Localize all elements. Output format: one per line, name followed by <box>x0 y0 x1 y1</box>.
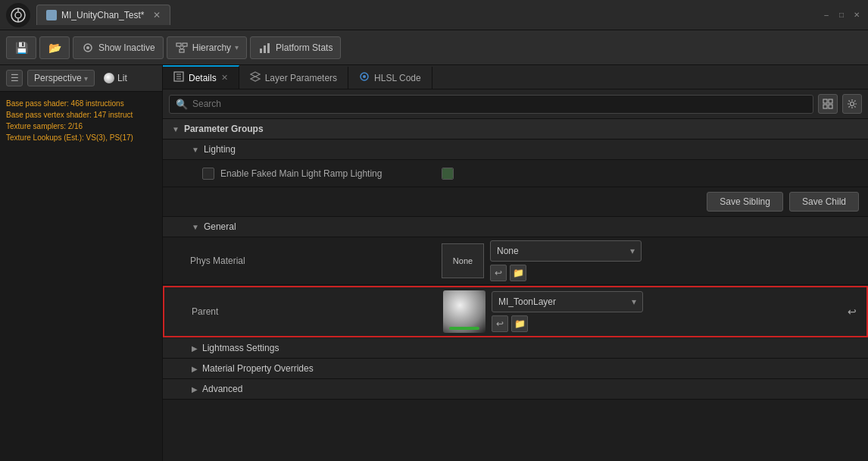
file-tab[interactable]: MI_UnityChan_Test* ✕ <box>36 5 170 25</box>
save-child-btn[interactable]: Save Child <box>789 192 859 212</box>
parent-dropdown[interactable]: MI_ToonLayer ▾ <box>492 291 643 312</box>
phys-material-dropdown-value: None <box>497 246 519 256</box>
show-inactive-btn[interactable]: Show Inactive <box>73 36 164 59</box>
tab-close-btn[interactable]: ✕ <box>153 10 161 20</box>
hlsl-icon <box>359 71 370 84</box>
svg-rect-24 <box>823 105 827 108</box>
phys-material-label: Phys Material <box>163 251 436 271</box>
parent-preview[interactable] <box>443 290 486 333</box>
material-overrides-section[interactable]: ▶ Material Property Overrides <box>163 359 868 379</box>
lighting-title: Lighting <box>204 144 236 155</box>
shader-info: Base pass shader: 468 instructions Base … <box>3 95 159 146</box>
close-btn[interactable]: ✕ <box>851 10 862 20</box>
app-logo <box>6 3 30 27</box>
tab-layer-params[interactable]: Layer Parameters <box>239 67 348 89</box>
enable-faked-text: Enable Faked Main Light Ramp Lighting <box>220 168 382 179</box>
parent-browse-btn[interactable]: 📁 <box>511 315 528 332</box>
toolbar: 💾 📂 Show Inactive Hierarchy ▾ <box>0 30 868 65</box>
search-input[interactable] <box>192 99 807 109</box>
tab-details[interactable]: Details ✕ <box>163 65 239 89</box>
content-area: Details ✕ Layer Parameters <box>163 65 868 461</box>
search-bar: 🔍 <box>163 89 868 119</box>
advanced-section[interactable]: ▶ Advanced <box>163 379 868 400</box>
lighting-section[interactable]: ▼ Lighting <box>163 140 868 160</box>
param-groups-title: Parameter Groups <box>184 124 264 134</box>
shader-info-line3: Texture samplers: 2/16 <box>6 121 156 132</box>
svg-rect-13 <box>267 43 270 53</box>
phys-none-btn[interactable]: None <box>442 243 484 278</box>
enable-faked-label: Enable Faked Main Light Ramp Lighting <box>163 163 436 184</box>
phys-browse-btn[interactable]: 📁 <box>510 265 526 281</box>
save-icon: 💾 <box>14 41 28 55</box>
general-section[interactable]: ▼ General <box>163 217 868 237</box>
material-overrides-arrow: ▶ <box>192 365 198 373</box>
platform-stats-label: Platform Stats <box>276 42 333 53</box>
lightmass-title: Lightmass Settings <box>202 343 279 353</box>
phys-material-text: Phys Material <box>190 256 245 266</box>
tab-label: MI_UnityChan_Test* <box>61 10 144 20</box>
save-buttons-row: Save Sibling Save Child <box>163 187 868 217</box>
parent-dropdown-arrow: ▾ <box>632 296 636 307</box>
lit-label: Lit <box>117 73 127 83</box>
parent-label: Parent <box>164 302 437 321</box>
svg-point-21 <box>363 75 366 78</box>
parent-dropdown-value: MI_ToonLayer <box>498 296 556 307</box>
tab-details-close[interactable]: ✕ <box>221 73 228 83</box>
search-input-wrap: 🔍 <box>169 95 813 114</box>
lightmass-arrow: ▶ <box>192 344 198 353</box>
svg-rect-12 <box>264 45 266 53</box>
parameter-groups-section[interactable]: ▼ Parameter Groups <box>163 119 868 140</box>
save-btn[interactable]: 💾 <box>6 36 36 59</box>
perspective-label: Perspective <box>34 73 82 83</box>
maximize-btn[interactable]: □ <box>836 10 847 20</box>
svg-marker-19 <box>251 77 260 81</box>
tab-hlsl-label: HLSL Code <box>374 73 421 83</box>
svg-rect-25 <box>829 105 832 108</box>
hierarchy-btn[interactable]: Hierarchy ▾ <box>167 36 247 59</box>
general-title: General <box>204 221 236 232</box>
phys-material-dropdown[interactable]: None ▾ <box>490 240 642 262</box>
shader-info-line1: Base pass shader: 468 instructions <box>6 98 156 109</box>
enable-faked-row: Enable Faked Main Light Ramp Lighting <box>163 160 868 187</box>
view-mode-btn[interactable] <box>818 94 838 114</box>
tab-details-label: Details <box>189 73 217 83</box>
lit-icon <box>104 73 114 83</box>
title-bar: MI_UnityChan_Test* ✕ – □ ✕ <box>0 0 868 30</box>
details-panel: ▼ Parameter Groups ▼ Lighting Enable Fak… <box>163 119 868 461</box>
svg-point-5 <box>86 46 89 49</box>
phys-material-row: Phys Material None None ▾ ↩ 📁 <box>163 237 868 285</box>
show-inactive-icon <box>81 41 95 55</box>
svg-marker-18 <box>251 72 260 77</box>
phys-material-value: None None ▾ ↩ 📁 <box>436 237 868 284</box>
parent-value: MI_ToonLayer ▾ ↩ 📁 <box>437 287 866 336</box>
advanced-title: Advanced <box>202 384 242 394</box>
minimize-btn[interactable]: – <box>821 10 832 20</box>
hierarchy-arrow: ▾ <box>235 43 239 52</box>
svg-point-1 <box>15 12 21 18</box>
tab-hlsl[interactable]: HLSL Code <box>348 67 432 89</box>
details-icon <box>173 71 184 84</box>
parent-reset-btn[interactable]: ↩ <box>492 315 508 332</box>
perspective-btn[interactable]: Perspective ▾ <box>27 70 95 86</box>
enable-faked-indicator[interactable] <box>442 168 454 180</box>
phys-reset-btn[interactable]: ↩ <box>490 265 507 281</box>
parent-icons: ↩ 📁 <box>492 315 643 332</box>
sidebar-menu-btn[interactable]: ☰ <box>6 70 23 86</box>
parent-undo-btn[interactable]: ↩ <box>844 303 860 320</box>
platform-stats-btn[interactable]: Platform Stats <box>250 36 341 59</box>
enable-faked-checkbox[interactable] <box>202 168 214 180</box>
details-settings-btn[interactable] <box>842 94 862 114</box>
lightmass-section[interactable]: ▶ Lightmass Settings <box>163 338 868 359</box>
tab-layer-params-label: Layer Parameters <box>265 73 337 83</box>
general-arrow: ▼ <box>192 223 199 231</box>
lit-tab[interactable]: Lit <box>99 70 132 86</box>
save-sibling-btn[interactable]: Save Sibling <box>707 192 783 212</box>
svg-rect-7 <box>183 43 187 46</box>
layer-params-icon <box>250 71 261 84</box>
svg-point-26 <box>851 102 854 106</box>
show-inactive-label: Show Inactive <box>98 42 155 53</box>
open-btn[interactable]: 📂 <box>39 36 70 59</box>
advanced-arrow: ▶ <box>192 385 198 394</box>
svg-rect-23 <box>829 99 832 103</box>
parent-row: Parent MI_ToonLayer ▾ ↩ 📁 <box>163 286 868 337</box>
